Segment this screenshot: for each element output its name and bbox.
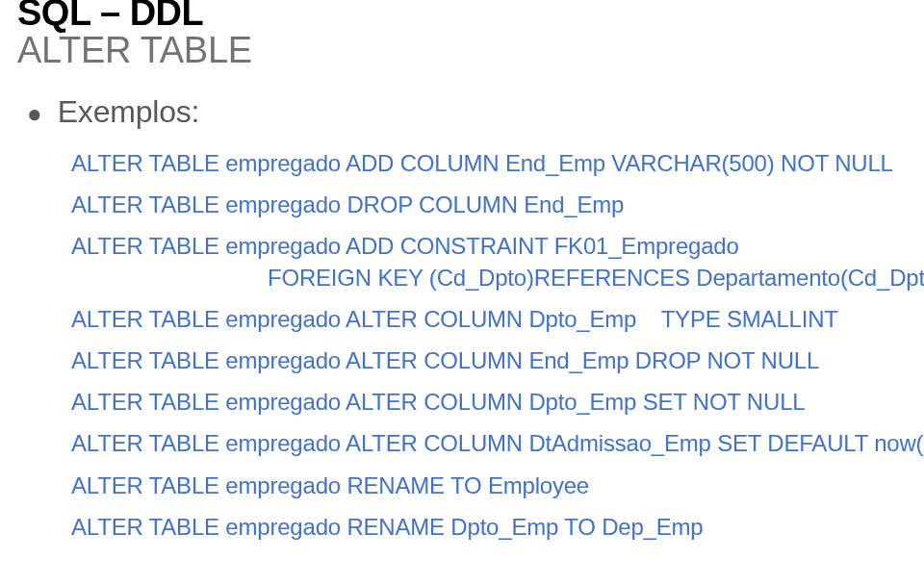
bullet-label: Exemplos: <box>58 94 200 130</box>
line-gap <box>71 501 907 511</box>
code-line: ALTER TABLE empregado ALTER COLUMN DtAdm… <box>71 427 907 459</box>
code-line: ALTER TABLE empregado RENAME TO Employee <box>71 470 907 501</box>
page-subtitle: ALTER TABLE <box>17 31 907 71</box>
line-gap <box>71 293 907 303</box>
bullet-dot-icon: ● <box>27 101 42 126</box>
bullet-row: ● Exemplos: <box>27 94 907 130</box>
page-title: SQL – DDL <box>17 0 907 33</box>
code-block: ALTER TABLE empregado ADD COLUMN End_Emp… <box>71 147 907 543</box>
line-gap <box>71 179 907 189</box>
code-line: ALTER TABLE empregado DROP COLUMN End_Em… <box>71 189 907 220</box>
code-line: FOREIGN KEY (Cd_Dpto)REFERENCES Departam… <box>71 262 907 293</box>
line-gap <box>71 460 907 470</box>
line-gap <box>71 220 907 230</box>
line-gap <box>71 418 907 427</box>
code-line: ALTER TABLE empregado ALTER COLUMN End_E… <box>71 344 907 376</box>
line-gap <box>71 376 907 386</box>
line-gap <box>71 335 907 344</box>
code-line: ALTER TABLE empregado ADD COLUMN End_Emp… <box>71 147 907 179</box>
slide-page: SQL – DDL ALTER TABLE ● Exemplos: ALTER … <box>0 0 924 579</box>
code-line: ALTER TABLE empregado ALTER COLUMN Dpto_… <box>71 303 907 335</box>
code-line: ALTER TABLE empregado ALTER COLUMN Dpto_… <box>71 386 907 418</box>
code-line: ALTER TABLE empregado ADD CONSTRAINT FK0… <box>71 230 907 262</box>
code-line: ALTER TABLE empregado RENAME Dpto_Emp TO… <box>71 511 907 543</box>
